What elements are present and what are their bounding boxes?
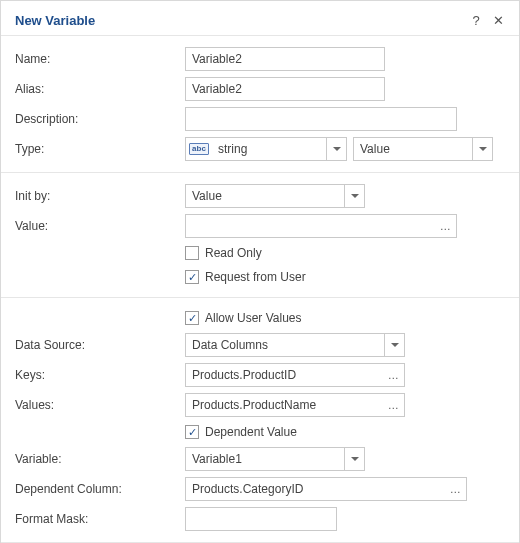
name-input[interactable] (185, 47, 385, 71)
readonly-checkbox[interactable] (185, 246, 199, 260)
dependent-value-label: Dependent Value (205, 425, 297, 439)
value-browse-button[interactable]: ... (435, 214, 457, 238)
type-second-value: Value (354, 138, 472, 160)
chevron-down-icon (351, 457, 359, 461)
values-input[interactable] (185, 393, 383, 417)
chevron-down-icon (391, 343, 399, 347)
dependent-column-input[interactable] (185, 477, 445, 501)
datasource-dropdown-button[interactable] (384, 334, 404, 356)
initby-combo[interactable]: Value (185, 184, 365, 208)
values-label: Values: (15, 398, 185, 412)
readonly-label: Read Only (205, 246, 262, 260)
type-second-dropdown-button[interactable] (472, 138, 492, 160)
formatmask-input[interactable] (185, 507, 337, 531)
allow-user-values-label: Allow User Values (205, 311, 301, 325)
variable-label: Variable: (15, 452, 185, 466)
chevron-down-icon (479, 147, 487, 151)
type-combo[interactable]: abc string (185, 137, 347, 161)
value-label: Value: (15, 219, 185, 233)
type-dropdown-button[interactable] (326, 138, 346, 160)
type-string-icon: abc (186, 138, 212, 160)
initby-label: Init by: (15, 189, 185, 203)
description-input[interactable] (185, 107, 457, 131)
dependent-column-browse-button[interactable]: ... (445, 477, 467, 501)
initby-dropdown-button[interactable] (344, 185, 364, 207)
help-icon[interactable]: ? (467, 11, 485, 29)
dialog-title: New Variable (15, 13, 463, 28)
initby-value: Value (186, 185, 344, 207)
name-label: Name: (15, 52, 185, 66)
datasource-value: Data Columns (186, 334, 384, 356)
keys-input[interactable] (185, 363, 383, 387)
chevron-down-icon (351, 194, 359, 198)
type-label: Type: (15, 142, 185, 156)
variable-value: Variable1 (186, 448, 344, 470)
value-input[interactable] (185, 214, 435, 238)
section-data: Allow User Values Data Source: Data Colu… (1, 298, 519, 542)
values-browse-button[interactable]: ... (383, 393, 405, 417)
description-label: Description: (15, 112, 185, 126)
chevron-down-icon (333, 147, 341, 151)
keys-browse-button[interactable]: ... (383, 363, 405, 387)
datasource-label: Data Source: (15, 338, 185, 352)
keys-label: Keys: (15, 368, 185, 382)
variable-combo[interactable]: Variable1 (185, 447, 365, 471)
dependent-value-checkbox[interactable] (185, 425, 199, 439)
variable-dropdown-button[interactable] (344, 448, 364, 470)
type-value: string (212, 138, 326, 160)
new-variable-dialog: New Variable ? ✕ Name: Alias: Descriptio… (0, 0, 520, 543)
section-basic: Name: Alias: Description: Type: abc (1, 36, 519, 172)
close-icon[interactable]: ✕ (489, 11, 507, 29)
formatmask-label: Format Mask: (15, 512, 185, 526)
titlebar: New Variable ? ✕ (1, 1, 519, 35)
type-second-combo[interactable]: Value (353, 137, 493, 161)
section-init: Init by: Value Value: ... Read Only (1, 173, 519, 297)
request-from-user-label: Request from User (205, 270, 306, 284)
alias-input[interactable] (185, 77, 385, 101)
dependent-column-label: Dependent Column: (15, 482, 185, 496)
request-from-user-checkbox[interactable] (185, 270, 199, 284)
datasource-combo[interactable]: Data Columns (185, 333, 405, 357)
allow-user-values-checkbox[interactable] (185, 311, 199, 325)
alias-label: Alias: (15, 82, 185, 96)
